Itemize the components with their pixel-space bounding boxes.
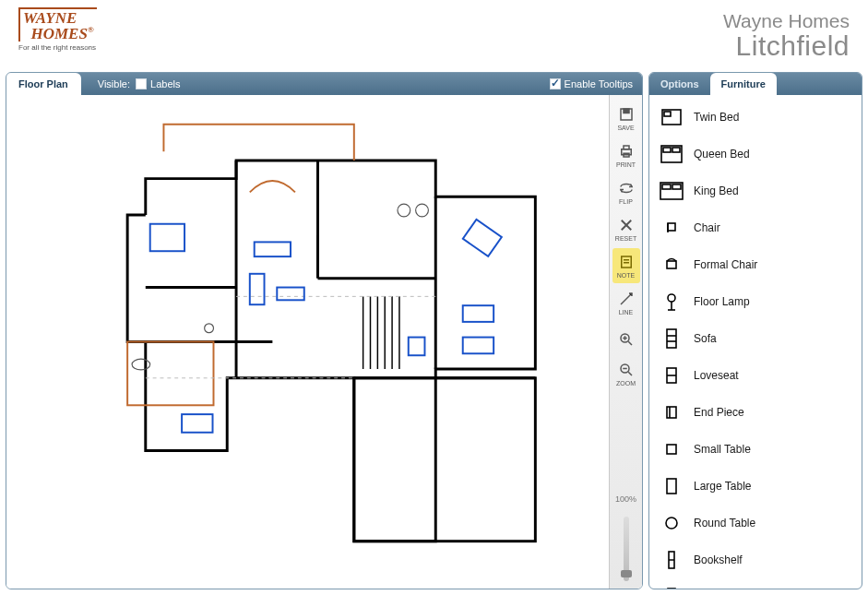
zoom-in-icon (618, 331, 635, 348)
furniture-item-large-table[interactable]: Large Table (655, 468, 860, 505)
placed-table[interactable] (182, 414, 212, 433)
round-table-icon (659, 510, 684, 536)
line-button[interactable]: LINE (612, 285, 640, 320)
svg-point-19 (416, 204, 429, 217)
furniture-item-round-table[interactable]: Round Table (655, 505, 860, 541)
zoom-out-button[interactable]: ZOOM (612, 359, 640, 388)
king-bed-icon (659, 178, 684, 204)
tab-options[interactable]: Options (649, 73, 710, 95)
svg-line-38 (628, 372, 632, 375)
tooltips-checkbox-label: Enable Tooltips (565, 78, 633, 89)
flip-button[interactable]: FLIP (612, 174, 640, 209)
placed-twin-2[interactable] (463, 338, 493, 354)
plan-toolbar: Floor Plan Visible: Labels Enable Toolti… (6, 73, 642, 95)
furniture-item-queen-bed[interactable]: Queen Bed (655, 136, 860, 173)
furniture-item-label: Formal Chair (694, 258, 757, 271)
svg-rect-47 (672, 184, 681, 189)
furniture-item-formal-chair[interactable]: Formal Chair (655, 246, 860, 283)
placed-bed-master[interactable] (150, 224, 184, 251)
svg-rect-48 (668, 223, 675, 231)
furniture-item-label: Sofa (694, 332, 717, 345)
tool-strip: SAVE PRINT FLIP RESET NOTE (609, 95, 642, 589)
placed-sofa-1[interactable] (255, 242, 291, 256)
svg-rect-54 (667, 329, 676, 348)
floor-plan-panel: Floor Plan Visible: Labels Enable Toolti… (6, 72, 643, 589)
queen-bed-icon (659, 141, 684, 167)
page-title: Wayne Homes Litchfield (723, 7, 850, 61)
large-desk-icon (659, 584, 684, 589)
furniture-item-label: Queen Bed (694, 148, 750, 161)
furniture-list[interactable]: Twin BedQueen BedKing BedChairFormal Cha… (649, 95, 862, 589)
svg-rect-62 (667, 479, 676, 494)
note-button[interactable]: NOTE (612, 248, 640, 283)
logo-tagline: For all the right reasons (18, 43, 111, 52)
furniture-item-twin-bed[interactable]: Twin Bed (655, 99, 860, 136)
tooltips-checkbox[interactable] (550, 78, 561, 89)
svg-line-32 (621, 293, 632, 304)
zoom-percent: 100% (615, 494, 636, 509)
reset-button[interactable]: RESET (612, 211, 640, 246)
zoom-slider[interactable] (624, 517, 629, 581)
save-button[interactable]: SAVE (612, 101, 640, 136)
svg-rect-25 (624, 146, 629, 149)
visible-label: Visible: (98, 78, 130, 89)
zoom-in-button[interactable] (612, 322, 640, 357)
labels-checkbox-label: Labels (150, 78, 180, 89)
furniture-item-label: King Bed (694, 184, 739, 197)
furniture-item-small-table[interactable]: Small Table (655, 431, 860, 468)
logo-line2: HOMES (31, 25, 88, 42)
furniture-item-large-desk[interactable]: Large Desk (655, 578, 860, 589)
furniture-item-label: Twin Bed (694, 111, 739, 124)
furniture-item-end-piece[interactable]: End Piece (655, 394, 860, 431)
chair-icon (659, 215, 684, 241)
svg-rect-61 (667, 445, 676, 454)
furniture-item-king-bed[interactable]: King Bed (655, 173, 860, 209)
svg-rect-50 (667, 261, 676, 268)
tab-furniture[interactable]: Furniture (710, 73, 777, 95)
svg-rect-41 (664, 112, 671, 116)
loveseat-icon (659, 363, 684, 388)
furniture-item-loveseat[interactable]: Loveseat (655, 357, 860, 394)
furniture-item-chair[interactable]: Chair (655, 209, 860, 246)
brand-logo: WAYNE HOMES® For all the right reasons (18, 7, 111, 63)
furniture-item-bookshelf[interactable]: Bookshelf (655, 541, 860, 578)
furniture-item-label: Loveseat (694, 369, 739, 382)
svg-rect-43 (663, 148, 671, 152)
furniture-item-label: Floor Lamp (694, 295, 750, 308)
large-table-icon (659, 473, 684, 499)
small-table-icon (659, 436, 684, 462)
svg-rect-44 (672, 148, 680, 152)
furniture-item-label: Large Table (694, 480, 752, 493)
tab-floor-plan[interactable]: Floor Plan (6, 73, 81, 95)
side-panel: Options Furniture Twin BedQueen BedKing … (648, 72, 862, 589)
svg-point-18 (398, 204, 410, 217)
placed-twin-1[interactable] (463, 305, 493, 322)
svg-rect-23 (624, 109, 629, 113)
title-company: Wayne Homes (723, 11, 850, 31)
flip-icon (618, 180, 635, 196)
placed-bed-br2[interactable] (463, 220, 502, 256)
furniture-item-sofa[interactable]: Sofa (655, 320, 860, 357)
placed-loveseat[interactable] (277, 288, 303, 301)
furniture-item-label: Round Table (694, 517, 755, 530)
placed-sofa-2[interactable] (250, 274, 265, 304)
floor-plan-canvas[interactable] (34, 106, 601, 577)
svg-point-20 (205, 324, 214, 333)
placed-fridge[interactable] (409, 338, 425, 356)
zoom-out-icon (618, 362, 635, 378)
reset-icon (618, 217, 635, 233)
svg-rect-46 (662, 184, 671, 189)
formal-chair-icon (659, 252, 684, 278)
svg-rect-14 (127, 342, 213, 406)
title-model: Litchfield (723, 31, 850, 61)
labels-checkbox[interactable] (136, 78, 147, 89)
bookshelf-icon (659, 547, 684, 573)
print-button[interactable]: PRINT (612, 137, 640, 173)
twin-bed-icon (659, 104, 684, 130)
note-icon (618, 254, 635, 270)
svg-rect-59 (667, 407, 676, 418)
furniture-item-label: Chair (694, 221, 720, 234)
svg-point-21 (132, 359, 150, 370)
furniture-item-floor-lamp[interactable]: Floor Lamp (655, 283, 860, 320)
svg-rect-17 (463, 220, 502, 256)
